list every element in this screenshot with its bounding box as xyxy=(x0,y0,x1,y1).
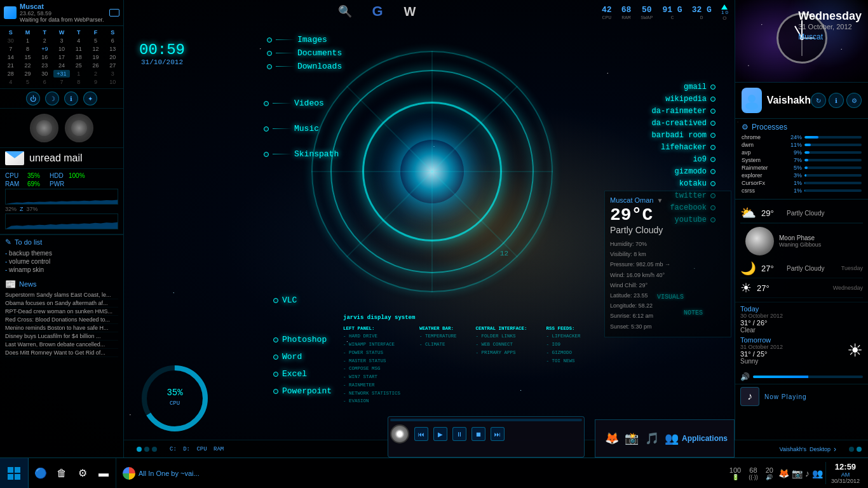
word-link[interactable]: Word xyxy=(273,352,332,362)
wikipedia-link[interactable]: wikipedia xyxy=(665,95,715,104)
cal-cell[interactable]: 1 xyxy=(20,37,36,44)
media-play-button[interactable]: ▶ xyxy=(433,427,447,441)
window-icon[interactable] xyxy=(109,9,119,17)
barbadi-room-link[interactable]: barbadi room xyxy=(652,131,715,140)
cal-cell[interactable]: +9 xyxy=(36,45,53,53)
lifehacker-link[interactable]: lifehacker xyxy=(661,143,715,152)
cal-cell[interactable]: 29 xyxy=(20,70,36,78)
tray-icon-4[interactable]: 👥 xyxy=(812,468,823,478)
user-settings-button[interactable]: ⚙ xyxy=(846,93,862,108)
cal-cell[interactable]: 12 xyxy=(88,45,104,53)
cal-cell[interactable]: 30 xyxy=(3,37,19,44)
nav-dot-1[interactable] xyxy=(849,447,854,452)
music-icon[interactable]: 🎵 xyxy=(642,428,662,449)
pag-dot-2[interactable] xyxy=(144,447,149,452)
vlc-link[interactable]: VLC xyxy=(273,295,332,305)
users-icon[interactable]: 👥 xyxy=(662,428,682,449)
browser-bar[interactable]: All In One by ~vai... xyxy=(116,467,724,480)
cal-cell[interactable]: 7 xyxy=(53,78,70,86)
cal-cell[interactable]: 7 xyxy=(3,45,19,53)
media-next-button[interactable]: ⏭ xyxy=(491,427,505,441)
cal-cell[interactable]: 23 xyxy=(36,62,53,69)
documents-link[interactable]: Documents xyxy=(267,48,342,58)
media-prev-button[interactable]: ⏮ xyxy=(414,427,428,441)
media-progress-bar[interactable] xyxy=(390,419,582,421)
cal-cell[interactable]: 9 xyxy=(88,78,104,86)
cal-cell[interactable]: 15 xyxy=(20,53,36,61)
cal-cell[interactable]: 4 xyxy=(71,37,87,44)
tray-icon-1[interactable]: 🦊 xyxy=(778,468,789,478)
camera-icon[interactable]: 📸 xyxy=(622,428,642,449)
cal-cell[interactable]: 24 xyxy=(53,62,70,69)
downloads-link[interactable]: Downloads xyxy=(267,62,342,71)
start-button[interactable] xyxy=(0,458,29,488)
user-refresh-button[interactable]: ↻ xyxy=(811,93,826,108)
videos-link[interactable]: Videos xyxy=(264,98,339,108)
cal-cell[interactable]: 19 xyxy=(88,53,104,61)
cal-cell-today[interactable]: +31 xyxy=(53,70,70,78)
moon-button[interactable]: ☽ xyxy=(45,92,59,105)
cal-cell[interactable]: 18 xyxy=(71,53,87,61)
pag-dot-1[interactable] xyxy=(137,447,142,452)
cal-cell[interactable]: 3 xyxy=(104,70,121,78)
cal-cell[interactable]: 22 xyxy=(20,62,36,69)
taskbar-icon-4[interactable]: ▬ xyxy=(95,464,112,482)
excel-link[interactable]: Excel xyxy=(273,369,332,379)
images-link[interactable]: Images xyxy=(267,35,342,44)
cal-cell[interactable]: 11 xyxy=(71,45,87,53)
news-item-1[interactable]: Superstorm Sandy slams East Coast, le... xyxy=(5,291,118,299)
music-link[interactable]: Music xyxy=(264,124,339,133)
taskbar-icon-1[interactable]: 🔵 xyxy=(32,464,50,482)
power-button[interactable]: ⏻ xyxy=(26,92,40,105)
gmail-link[interactable]: gmail xyxy=(684,83,715,92)
da-creatived-link[interactable]: da-creatived xyxy=(652,119,715,128)
cal-cell[interactable]: 10 xyxy=(53,45,70,53)
cal-cell[interactable]: 2 xyxy=(88,70,104,78)
cal-cell[interactable]: 17 xyxy=(53,53,70,61)
tray-icon-3[interactable]: ♪ xyxy=(805,468,810,478)
io9-link[interactable]: io9 xyxy=(693,155,715,164)
skinspath-link[interactable]: Skinspath xyxy=(264,149,339,159)
cal-cell[interactable]: 28 xyxy=(3,70,19,78)
cal-cell[interactable]: 20 xyxy=(104,53,121,61)
cal-cell[interactable]: 10 xyxy=(104,78,121,86)
news-item-5[interactable]: Menino reminds Boston to have safe H... xyxy=(5,324,118,332)
taskbar-icon-trash[interactable]: 🗑 xyxy=(53,464,71,482)
cal-cell[interactable]: 8 xyxy=(71,78,87,86)
gizmodo-link[interactable]: gizmodo xyxy=(675,167,715,176)
da-rainmeter-link[interactable]: da-rainmeter xyxy=(652,107,715,116)
cal-cell[interactable]: 14 xyxy=(3,53,19,61)
news-item-2[interactable]: Obama focuses on Sandy aftermath af... xyxy=(5,299,118,308)
mail-button[interactable]: unread mail xyxy=(0,148,123,169)
google-icon[interactable]: G xyxy=(369,3,386,20)
cal-cell[interactable]: 13 xyxy=(104,45,121,53)
photoshop-link[interactable]: Photoshop xyxy=(273,335,332,344)
cal-cell[interactable]: 27 xyxy=(104,62,121,69)
cal-cell[interactable]: 6 xyxy=(36,78,53,86)
media-pause-button[interactable]: ⏸ xyxy=(452,427,466,441)
speaker-tray-icon[interactable]: 🔊 xyxy=(766,474,773,480)
cal-cell[interactable]: 3 xyxy=(53,37,70,44)
kotaku-link[interactable]: kotaku xyxy=(679,179,715,188)
volume-bar[interactable] xyxy=(753,376,863,378)
user-info-button[interactable]: ℹ xyxy=(829,93,844,108)
news-item-3[interactable]: RPT-Dead crew woman on sunken HMS... xyxy=(5,308,118,316)
cal-cell[interactable]: 6 xyxy=(104,37,121,44)
cal-cell[interactable]: 8 xyxy=(20,45,36,53)
news-item-8[interactable]: Does Mitt Romney Want to Get Rid of... xyxy=(5,349,118,357)
cal-cell[interactable]: 2 xyxy=(36,37,53,44)
news-item-7[interactable]: Last Warren, Brown debate cancelled... xyxy=(5,341,118,349)
taskbar-icon-settings[interactable]: ⚙ xyxy=(74,464,92,482)
firefox-icon[interactable]: 🦊 xyxy=(602,428,622,449)
cal-cell[interactable]: 4 xyxy=(3,78,19,86)
wikipedia-icon[interactable]: W xyxy=(402,3,418,20)
cal-cell[interactable]: 25 xyxy=(71,62,87,69)
cal-cell[interactable]: 1 xyxy=(71,70,87,78)
tray-icon-2[interactable]: 📷 xyxy=(792,468,803,478)
cal-cell[interactable]: 21 xyxy=(3,62,19,69)
weather-dropdown[interactable]: ▼ xyxy=(656,197,663,204)
powerpoint-link[interactable]: Powerpoint xyxy=(273,386,332,396)
pag-dot-3[interactable] xyxy=(152,447,157,452)
cal-cell[interactable]: 16 xyxy=(36,53,53,61)
info-button[interactable]: ℹ xyxy=(64,92,78,105)
